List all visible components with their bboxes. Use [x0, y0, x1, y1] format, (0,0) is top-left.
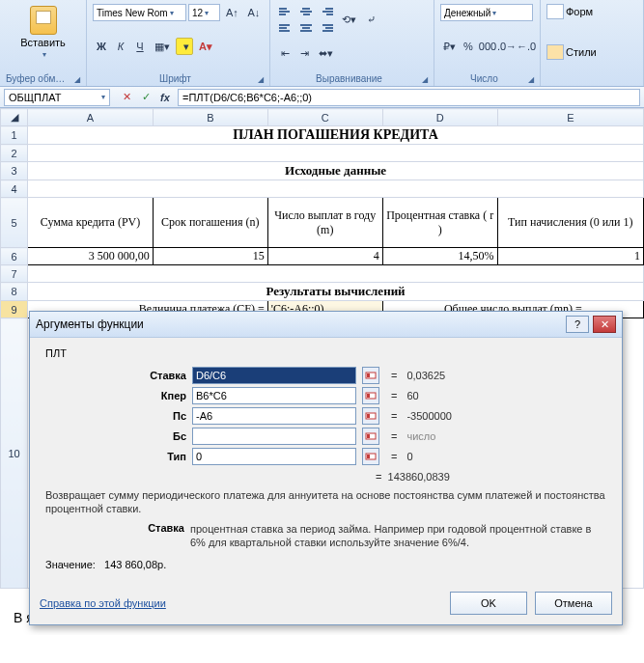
dialog-title-text: Аргументы функции	[36, 318, 144, 331]
function-description: Возвращает сумму периодического платежа …	[45, 488, 606, 516]
param-label: Ставка	[45, 522, 190, 550]
clipboard-icon	[30, 6, 57, 35]
decrease-font-icon[interactable]: A↓	[244, 4, 264, 21]
cell[interactable]: ПЛАН ПОГАШЕНИЯ КРЕДИТА	[28, 126, 643, 144]
cancel-button[interactable]: Отмена	[535, 592, 612, 615]
align-mid-center[interactable]	[296, 20, 316, 36]
italic-button[interactable]: К	[112, 38, 129, 55]
align-mid-right[interactable]	[317, 20, 336, 36]
row-header[interactable]: 3	[1, 162, 28, 180]
ok-button[interactable]: OK	[450, 592, 527, 615]
dialog-titlebar[interactable]: Аргументы функции ? ✕	[30, 312, 622, 338]
row-header[interactable]: 8	[1, 283, 28, 301]
help-button[interactable]: ?	[566, 316, 589, 333]
cell[interactable]	[28, 180, 643, 197]
wrap-text-button[interactable]: ⤶	[362, 12, 379, 29]
cell[interactable]: Сумма кредита (PV)	[28, 198, 153, 247]
cell[interactable]: Процентная ставка ( r )	[383, 198, 497, 247]
arg-input[interactable]	[192, 387, 356, 404]
collapse-icon[interactable]	[362, 448, 379, 465]
cell[interactable]: 15	[154, 248, 267, 264]
collapse-icon[interactable]	[362, 367, 379, 384]
number-format-select[interactable]: Денежный▾	[440, 4, 533, 21]
col-header[interactable]: A	[28, 109, 154, 126]
cell[interactable]: Результаты вычислений	[28, 283, 643, 300]
row-header[interactable]: 7	[1, 265, 28, 283]
arg-result: 0	[406, 451, 412, 462]
cell[interactable]: Число выплат в году (m)	[268, 198, 382, 247]
dialog-launcher-icon[interactable]: ◢	[528, 75, 534, 84]
dialog-launcher-icon[interactable]: ◢	[74, 75, 80, 84]
font-name-select[interactable]: Times New Rom▾	[93, 4, 186, 21]
styles-label: Стили	[566, 46, 597, 58]
row-header[interactable]: 6	[1, 248, 28, 265]
col-header[interactable]: B	[153, 109, 267, 126]
percent-button[interactable]: %	[460, 38, 477, 55]
select-all-corner[interactable]: ◢	[1, 109, 28, 126]
cell[interactable]: Исходные данные	[28, 162, 643, 180]
arg-input[interactable]	[192, 448, 356, 465]
row-header[interactable]: 4	[1, 180, 28, 198]
fx-button[interactable]: fx	[156, 89, 174, 106]
cell[interactable]: Срок погашения (n)	[154, 198, 267, 247]
accept-formula-button[interactable]: ✓	[137, 89, 154, 106]
align-mid-left[interactable]	[276, 20, 295, 36]
orientation-button[interactable]: ⟲▾	[338, 12, 360, 29]
increase-indent-button[interactable]: ⇥	[295, 45, 313, 63]
collapse-icon[interactable]	[362, 407, 379, 425]
arg-label: Бс	[42, 430, 186, 442]
cell[interactable]	[28, 145, 643, 161]
cell[interactable]	[28, 265, 643, 282]
arg-result: -3500000	[406, 410, 452, 422]
close-button[interactable]: ✕	[593, 316, 616, 333]
row-header[interactable]: 1	[1, 126, 28, 145]
font-size-select[interactable]: 12▾	[188, 4, 220, 21]
fill-color-button[interactable]: ▾	[176, 38, 193, 55]
col-header[interactable]: C	[267, 109, 382, 126]
underline-button[interactable]: Ч	[131, 38, 149, 55]
bold-button[interactable]: Ж	[93, 38, 110, 55]
cell[interactable]: 3 500 000,00	[28, 248, 153, 264]
col-header[interactable]: D	[382, 109, 497, 126]
align-top-right[interactable]	[317, 4, 336, 19]
row-header[interactable]: 5	[1, 198, 28, 248]
arg-result: 60	[406, 390, 418, 401]
border-button[interactable]: ▦▾	[151, 38, 174, 55]
arg-result: число	[406, 430, 435, 442]
param-description: процентная ставка за период займа. Напри…	[190, 522, 606, 550]
col-header[interactable]: E	[497, 109, 643, 126]
cell[interactable]: Тип начисления (0 или 1)	[498, 198, 643, 247]
ribbon-group-clipboard: Вставить ▾ Буфер обм… ◢	[0, 0, 87, 86]
cell[interactable]: 14,50%	[383, 248, 497, 264]
increase-font-icon[interactable]: A↑	[222, 4, 241, 21]
decrease-indent-button[interactable]: ⇤	[276, 45, 294, 63]
cancel-formula-button[interactable]: ✕	[118, 89, 135, 106]
font-color-button[interactable]: A▾	[195, 38, 216, 55]
dialog-launcher-icon[interactable]: ◢	[422, 75, 428, 84]
cell[interactable]: 1	[498, 248, 643, 264]
row-header[interactable]: 9	[1, 301, 28, 318]
arg-input[interactable]	[192, 367, 356, 384]
collapse-icon[interactable]	[362, 428, 379, 445]
row-header[interactable]: 10	[1, 318, 28, 589]
name-box[interactable]: ОБЩПЛАТ▾	[4, 89, 110, 106]
style-swatch[interactable]	[546, 4, 564, 19]
align-top-left[interactable]	[276, 4, 295, 19]
currency-button[interactable]: ₽▾	[440, 38, 458, 55]
paste-button[interactable]: Вставить ▾	[6, 4, 80, 61]
dialog-launcher-icon[interactable]: ◢	[258, 75, 264, 84]
increase-decimal-button[interactable]: .0→	[498, 38, 516, 55]
ribbon-group-alignment: ⟲▾ ⤶ ⇤ ⇥ ⬌▾ Выравнивание ◢	[270, 0, 434, 86]
arg-input[interactable]	[192, 428, 356, 445]
merge-center-button[interactable]: ⬌▾	[315, 45, 337, 63]
comma-button[interactable]: 000	[479, 38, 496, 55]
formula-bar[interactable]: =ПЛТ(D6/C6;B6*C6;-A6;;0)	[178, 89, 640, 106]
collapse-icon[interactable]	[362, 387, 379, 404]
arg-input[interactable]	[192, 407, 356, 425]
row-header[interactable]: 2	[1, 145, 28, 162]
help-link[interactable]: Справка по этой функции	[40, 597, 166, 609]
cell[interactable]: 4	[268, 248, 382, 264]
decrease-decimal-button[interactable]: ←.0	[518, 38, 535, 55]
align-top-center[interactable]	[296, 4, 316, 19]
style-swatch[interactable]	[546, 44, 564, 60]
